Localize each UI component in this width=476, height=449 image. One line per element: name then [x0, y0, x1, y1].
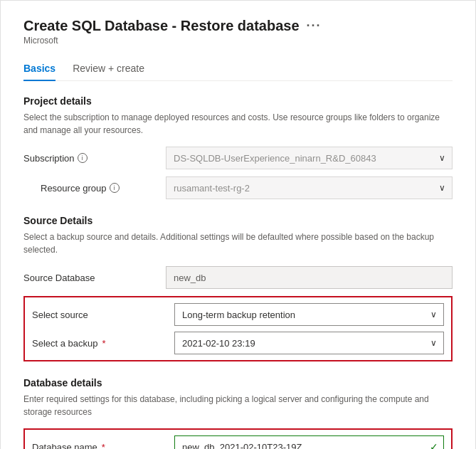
- select-source-dropdown[interactable]: Long-term backup retention: [174, 303, 444, 326]
- select-backup-dropdown[interactable]: 2021-02-10 23:19: [174, 332, 444, 354]
- database-name-label: Database name *: [32, 442, 174, 450]
- subscription-dropdown-wrapper: DS-SQLDB-UserExperience_ninarn_R&D_60843…: [166, 147, 453, 169]
- page-subtitle: Microsoft: [23, 36, 453, 46]
- highlighted-source-section: Select source Long-term backup retention…: [23, 296, 453, 361]
- subscription-label: Subscription i: [23, 153, 166, 164]
- database-name-required: *: [102, 442, 105, 450]
- database-name-input-wrapper: ✓: [174, 435, 444, 449]
- ellipsis-menu[interactable]: ···: [307, 19, 322, 33]
- source-details-title: Source Details: [23, 215, 453, 226]
- database-name-input[interactable]: [174, 435, 444, 449]
- section-database-details: Database details Enter required settings…: [23, 377, 453, 449]
- select-backup-control: 2021-02-10 23:19 ∨: [174, 332, 444, 354]
- resource-group-row: Resource group i rusamant-test-rg-2 ∨: [41, 176, 453, 199]
- database-name-row: Database name * ✓: [32, 435, 444, 449]
- page-header: Create SQL Database - Restore database ·…: [23, 18, 453, 34]
- resource-group-label: Resource group i: [41, 183, 166, 194]
- highlighted-database-section: Database name * ✓: [23, 428, 453, 449]
- subscription-row: Subscription i DS-SQLDB-UserExperience_n…: [23, 147, 453, 169]
- source-database-row: Source Database: [23, 266, 453, 289]
- source-details-desc: Select a backup source and details. Addi…: [23, 231, 453, 256]
- section-project-details: Project details Select the subscription …: [23, 95, 453, 199]
- select-backup-row: Select a backup * 2021-02-10 23:19 ∨: [32, 332, 444, 354]
- resource-group-info-icon[interactable]: i: [110, 183, 120, 193]
- project-details-desc: Select the subscription to manage deploy…: [23, 111, 453, 137]
- database-name-valid-icon: ✓: [430, 441, 438, 449]
- resource-group-control: rusamant-test-rg-2 ∨: [166, 176, 453, 199]
- source-database-label: Source Database: [23, 273, 166, 283]
- tabs-bar: Basics Review + create: [23, 57, 453, 81]
- select-source-row: Select source Long-term backup retention…: [32, 303, 444, 326]
- resource-group-dropdown[interactable]: rusamant-test-rg-2: [166, 176, 453, 199]
- subscription-control: DS-SQLDB-UserExperience_ninarn_R&D_60843…: [166, 147, 453, 169]
- database-name-control: ✓: [174, 435, 444, 449]
- source-database-input[interactable]: [166, 266, 453, 289]
- select-source-dropdown-wrapper: Long-term backup retention ∨: [174, 303, 444, 326]
- select-source-control: Long-term backup retention ∨: [174, 303, 444, 326]
- project-details-title: Project details: [23, 95, 453, 107]
- select-backup-required: *: [102, 338, 106, 349]
- page-title: Create SQL Database - Restore database ·…: [23, 18, 322, 34]
- tab-basics[interactable]: Basics: [23, 57, 55, 81]
- subscription-dropdown[interactable]: DS-SQLDB-UserExperience_ninarn_R&D_60843: [166, 147, 453, 169]
- select-backup-label: Select a backup *: [32, 338, 174, 349]
- section-source-details: Source Details Select a backup source an…: [23, 215, 453, 361]
- page-container: Create SQL Database - Restore database ·…: [0, 0, 476, 449]
- select-backup-dropdown-wrapper: 2021-02-10 23:19 ∨: [174, 332, 444, 354]
- subscription-info-icon[interactable]: i: [78, 153, 88, 163]
- tab-review-create[interactable]: Review + create: [73, 57, 144, 81]
- database-details-title: Database details: [23, 377, 453, 389]
- resource-group-dropdown-wrapper: rusamant-test-rg-2 ∨: [166, 176, 453, 199]
- database-details-desc: Enter required settings for this databas…: [23, 393, 453, 418]
- source-database-control: [166, 266, 453, 289]
- select-source-label: Select source: [32, 310, 174, 320]
